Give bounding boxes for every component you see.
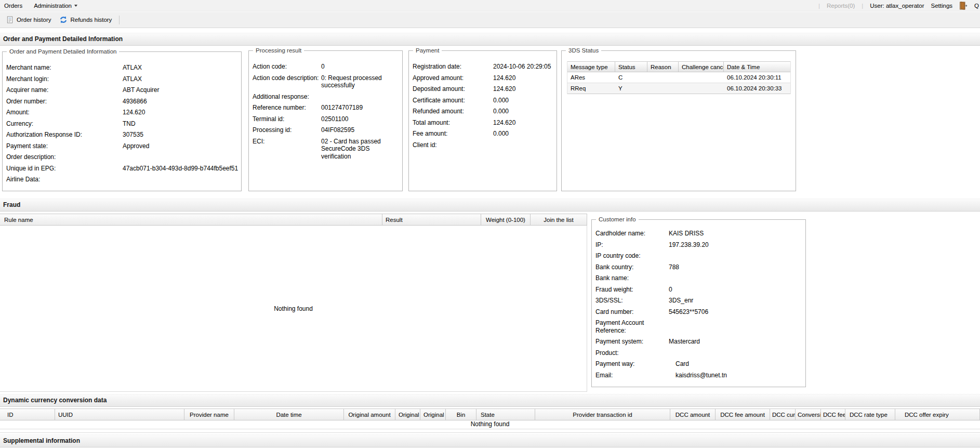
fraud-header-join-the-list: Join the list — [531, 214, 587, 226]
user-label: User: atlax_operator — [870, 3, 924, 9]
field-fee-amount: Fee amount:0.000 — [413, 130, 552, 138]
field-cardholder-name: Cardholder name:KAIS DRISS — [595, 230, 801, 238]
dcc-section-title: Dynamic currency conversion data — [0, 394, 980, 407]
toolbar: Order history Refunds history — [0, 12, 980, 28]
field-eci: ECI:02 - Card has passed SecureCode 3DS … — [253, 138, 398, 161]
dcc-header-dcc-rate-type: DCC rate type — [845, 409, 895, 420]
payment-panel: Payment Registration date:2024-10-06 20:… — [408, 50, 557, 191]
field-payment-account-reference: Payment Account Reference: — [595, 319, 801, 334]
order-panel: Order and Payment Detailed Information M… — [2, 51, 242, 191]
tds-table-header: Message type Status Reason Challenge can… — [567, 61, 790, 72]
dcc-header-uuid: UUID — [55, 409, 184, 420]
refunds-history-label: Refunds history — [70, 17, 112, 23]
field-bank-name: Bank name: — [595, 274, 801, 282]
fraud-header-rule-name: Rule name — [0, 214, 382, 226]
field-ip: IP:197.238.39.20 — [595, 241, 801, 249]
menu-quit[interactable]: Q — [974, 3, 979, 9]
dcc-header-state: State — [476, 409, 535, 420]
field-client-id: Client id: — [413, 141, 552, 149]
field-approved-amount: Approved amount:124.620 — [413, 74, 552, 82]
menu-left: Orders Administration — [0, 3, 77, 9]
fraud-table-body: Nothing found — [0, 226, 587, 392]
menu-right: | Reports(0) | User: atlax_operator Sett… — [818, 0, 979, 11]
field-order-number: Order number:4936866 — [6, 98, 237, 106]
field-action-code-description: Action code description:0: Request proce… — [253, 74, 398, 89]
field-auth-response-id: Authorization Response ID:307535 — [6, 131, 237, 139]
fraud-section-title: Fraud — [0, 199, 980, 212]
tds-status-table: Message type Status Reason Challenge can… — [567, 61, 791, 94]
field-deposited-amount: Deposited amount:124.620 — [413, 85, 552, 93]
toolbar-separator — [119, 16, 120, 24]
field-action-code: Action code:0 — [253, 63, 398, 71]
field-refunded-amount: Refunded amount:0.000 — [413, 108, 552, 115]
fraud-header-result: Result — [382, 214, 481, 226]
dcc-header-conversion: Conversi — [796, 409, 821, 420]
dcc-header-dcc-fee-amount: DCC fee amount — [716, 409, 770, 420]
divider — [0, 432, 980, 433]
field-airline-data: Airline Data: — [6, 176, 237, 183]
field-merchant-login: Merchant login:ATLAX — [6, 75, 237, 83]
dcc-header-original-fee: Original f — [395, 409, 420, 420]
order-history-icon — [6, 16, 14, 24]
tds-header-challenge-cancel: Challenge cancel — [679, 62, 724, 72]
fraud-header-weight: Weight (0-100) — [481, 214, 531, 226]
field-card-number: Card number:545623**5706 — [595, 308, 801, 316]
logout-door-icon[interactable] — [959, 2, 968, 10]
field-processing-id: Processing id:04IF082595 — [253, 126, 398, 134]
table-row: RReq Y 06.10.2024 20:30:33 — [567, 83, 790, 94]
dcc-header-provider-transaction-id: Provider transaction id — [535, 409, 670, 420]
field-order-description: Order description: — [6, 153, 237, 161]
field-amount: Amount:124.620 — [6, 109, 237, 116]
field-additional-response: Additional response: — [253, 93, 398, 101]
field-total-amount: Total amount:124.620 — [413, 119, 552, 127]
field-payment-way: Payment way:Card — [595, 360, 801, 368]
menu-reports[interactable]: Reports(0) — [827, 3, 855, 9]
dcc-header-dcc-currency: DCC curr — [770, 409, 796, 420]
menu-settings[interactable]: Settings — [931, 3, 952, 9]
field-currency: Currency:TND — [6, 120, 237, 128]
field-fraud-weight: Fraud weight:0 — [595, 286, 801, 294]
processing-result-panel: Processing result Action code:0 Action c… — [248, 50, 403, 191]
order-history-label: Order history — [17, 17, 51, 23]
field-payment-system: Payment system:Mastercard — [595, 338, 801, 346]
order-history-button[interactable]: Order history — [2, 14, 55, 26]
field-product: Product: — [595, 349, 801, 357]
dcc-header-id: ID — [0, 409, 55, 420]
supplemental-section-title: Supplemental information — [0, 434, 980, 447]
tds-status-legend: 3DS Status — [566, 47, 601, 54]
refunds-history-icon — [59, 16, 68, 24]
field-ip-country-code: IP country code: — [595, 252, 801, 260]
refunds-history-button[interactable]: Refunds history — [55, 14, 116, 26]
field-email: Email:kaisdriss@tunet.tn — [595, 372, 801, 379]
tds-header-message-type: Message type — [567, 62, 615, 72]
menu-administration[interactable]: Administration — [34, 3, 77, 9]
menu-administration-label: Administration — [34, 3, 72, 9]
fraud-table-header: Rule name Result Weight (0-100) Join the… — [0, 214, 587, 226]
page-title: Order and Payment Detailed Information — [0, 33, 980, 46]
customer-info-panel: Customer info Cardholder name:KAIS DRISS… — [591, 219, 806, 387]
tds-status-panel: 3DS Status Message type Status Reason Ch… — [561, 50, 796, 191]
chevron-down-icon — [74, 5, 77, 7]
menu-separator: | — [818, 3, 820, 9]
tds-header-status: Status — [615, 62, 647, 72]
dcc-header-original-currency: Original c — [420, 409, 446, 420]
field-3ds-ssl: 3DS/SSL:3DS_enr — [595, 297, 801, 305]
field-terminal-id: Terminal id:02501100 — [253, 115, 398, 123]
field-payment-state: Payment state:Approved — [6, 142, 237, 150]
dcc-empty-message: Nothing found — [0, 420, 980, 429]
tds-header-reason: Reason — [647, 62, 679, 72]
menu-separator: | — [862, 3, 863, 9]
dcc-table-header: ID UUID Provider name Date time Original… — [0, 409, 980, 420]
table-row: ARes C 06.10.2024 20:30:11 — [567, 72, 790, 83]
dcc-header-dcc-amount: DCC amount — [670, 409, 716, 420]
menu-orders[interactable]: Orders — [4, 3, 22, 9]
field-bank-country: Bank country:788 — [595, 263, 801, 271]
dcc-header-dcc-offer-expiry: DCC offer expiry — [895, 409, 980, 420]
dcc-header-date-time: Date time — [234, 409, 344, 420]
fraud-empty-message: Nothing found — [274, 305, 313, 312]
tds-header-date-time: Date & Time — [724, 62, 790, 72]
field-acquirer-name: Acquirer name:ABT Acquirer — [6, 86, 237, 94]
dcc-header-bin: Bin — [446, 409, 476, 420]
field-merchant-name: Merchant name:ATLAX — [6, 64, 237, 72]
dcc-header-original-amount: Original amount — [344, 409, 395, 420]
